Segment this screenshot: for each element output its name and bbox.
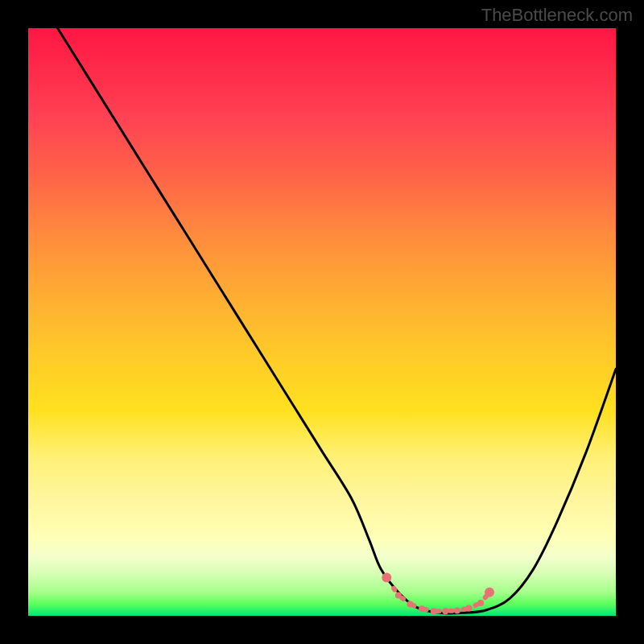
svg-point-2 xyxy=(407,601,414,607)
watermark-text: TheBottleneck.com xyxy=(481,5,633,26)
svg-point-9 xyxy=(485,588,494,597)
svg-point-7 xyxy=(466,605,473,612)
svg-point-5 xyxy=(442,608,448,614)
svg-point-0 xyxy=(382,573,391,583)
svg-point-1 xyxy=(395,592,402,598)
svg-point-4 xyxy=(431,608,437,614)
optimal-zone-markers xyxy=(28,28,616,616)
chart-area xyxy=(28,28,616,616)
svg-point-3 xyxy=(419,605,425,612)
svg-point-6 xyxy=(454,607,460,613)
svg-point-8 xyxy=(477,600,484,606)
